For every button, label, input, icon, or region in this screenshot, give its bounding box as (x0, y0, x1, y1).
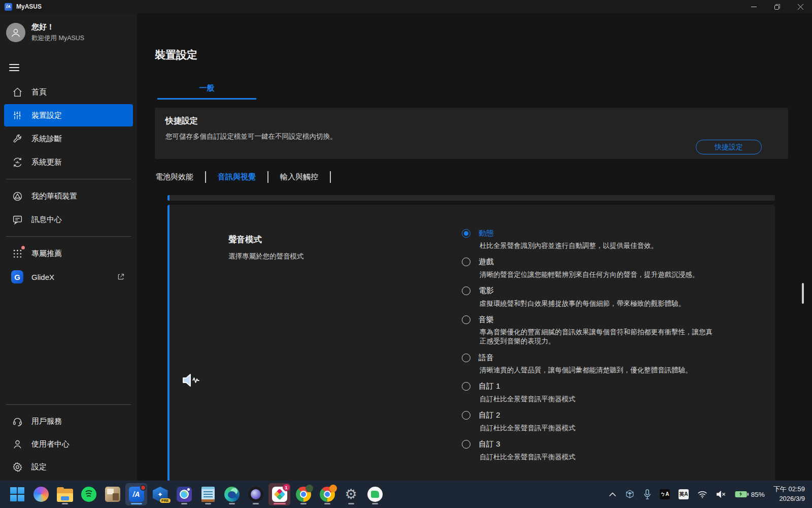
vertical-scrollbar[interactable] (802, 283, 804, 304)
ime-indicator-secondary[interactable]: 英A (679, 489, 689, 499)
close-button[interactable] (789, 0, 812, 13)
sidebar-item-label: 系統更新 (31, 157, 62, 167)
radio-selected[interactable] (462, 229, 470, 238)
radio-unselected[interactable] (462, 354, 470, 362)
restore-button[interactable] (765, 0, 789, 13)
sound-option-custom-1: 自訂 1 自訂杜比全景聲音訊平衡器模式 (462, 379, 718, 404)
radio-unselected[interactable] (462, 287, 470, 295)
radio-unselected[interactable] (462, 411, 470, 420)
taskbar-photos[interactable] (173, 483, 195, 505)
sound-option-voice: 語音 清晰連貫的人聲品質，讓每個詞彙都能清楚聽到，優化整體音訊體驗。 (462, 351, 718, 375)
radio-unselected[interactable] (462, 440, 470, 449)
minimize-button[interactable] (742, 0, 765, 13)
sidebar-item-diagnostics[interactable]: 系統診斷 (4, 128, 133, 150)
quick-settings-card: 快捷設定 您可儲存多個自訂設定檔並可一鍵在不同設定檔內切換。 快捷設定 (155, 108, 788, 159)
sidebar-item-home[interactable]: 首頁 (4, 81, 133, 103)
running-indicator (205, 503, 211, 504)
option-label[interactable]: 自訂 3 (479, 439, 500, 449)
person-icon (11, 438, 23, 450)
subtab-battery-performance[interactable]: 電池與效能 (154, 172, 194, 182)
sidebar-item-settings[interactable]: 設定 (4, 456, 133, 478)
sound-option-custom-2: 自訂 2 自訂杜比全景聲音訊平衡器模式 (462, 408, 718, 433)
radio-unselected[interactable] (462, 382, 470, 391)
taskbar-spotify[interactable] (78, 483, 99, 505)
sidebar-item-label: 用戶服務 (31, 417, 62, 426)
option-label[interactable]: 遊戲 (479, 257, 494, 267)
sidebar-item-glidex[interactable]: G GlideX (4, 266, 133, 288)
sound-mode-subtitle: 選擇專屬於您的聲音模式 (228, 252, 304, 261)
cinema4d-icon (248, 487, 263, 502)
subtab-audio-visual[interactable]: 音訊與視覺 (217, 172, 257, 182)
radio-unselected[interactable] (462, 315, 470, 324)
option-label[interactable]: 自訂 2 (479, 410, 500, 420)
edge-icon (224, 487, 240, 502)
sound-option-dynamic: 動態 杜比全景聲會識別內容並進行自動調整，以提供最佳音效。 (462, 226, 718, 250)
battery-indicator[interactable]: 85% (735, 491, 765, 498)
taskbar: /A ✦PRE (0, 481, 812, 508)
sidebar-item-message-center[interactable]: 訊息中心 (4, 208, 133, 231)
sidebar-item-update[interactable]: 系統更新 (4, 151, 133, 173)
option-label[interactable]: 音樂 (479, 315, 494, 325)
taskbar-notepad[interactable] (197, 483, 219, 505)
taskbar-cinema4d[interactable] (245, 483, 266, 505)
running-indicator (181, 503, 187, 504)
taskbar-copilot[interactable] (30, 483, 52, 505)
option-label[interactable]: 自訂 1 (479, 382, 500, 391)
active-indicator (131, 503, 142, 504)
wifi-icon[interactable] (697, 491, 707, 498)
taskbar-slack[interactable]: 1 (268, 483, 290, 505)
sidebar-item-label: 我的華碩裝置 (31, 192, 77, 201)
divider (6, 404, 131, 405)
option-label[interactable]: 語音 (479, 353, 494, 363)
taskbar-evernote[interactable] (364, 483, 386, 505)
tab-underline (157, 98, 256, 100)
option-description: 自訂杜比全景聲音訊平衡器模式 (480, 424, 718, 433)
tray-microphone-icon[interactable] (644, 489, 651, 499)
message-icon (11, 213, 23, 226)
taskbar-edge[interactable] (221, 483, 243, 505)
sidebar-item-label: 系統診斷 (31, 134, 62, 144)
taskbar-settings[interactable]: ⚙ (340, 483, 362, 505)
slack-icon: 1 (272, 487, 287, 502)
sidebar-item-recommendations[interactable]: 專屬推薦 (4, 242, 133, 265)
taskbar-media-box[interactable] (101, 483, 123, 505)
greeting-subtitle: 歡迎使用 MyASUS (31, 34, 84, 43)
windows-start-icon (10, 487, 24, 501)
clock[interactable]: 下午 02:59 2026/3/9 (773, 485, 805, 504)
ime-indicator-primary[interactable]: ㄅA (660, 489, 670, 499)
sidebar-item-user-center[interactable]: 使用者中心 (4, 433, 133, 455)
notification-dot (140, 485, 146, 491)
taskbar-chrome-profile-2[interactable] (316, 483, 338, 505)
taskbar-file-explorer[interactable] (54, 483, 76, 505)
menu-toggle-icon[interactable] (6, 59, 28, 76)
divider (330, 171, 331, 183)
option-label[interactable]: 動態 (479, 229, 494, 238)
option-description: 虛擬環繞聲和對白效果捕捉故事的每個細節，帶來極致的觀影體驗。 (480, 299, 718, 308)
speaker-icon (181, 371, 201, 392)
taskbar-chrome-profile-1[interactable] (292, 483, 314, 505)
sidebar-item-customer-service[interactable]: 用戶服務 (4, 410, 133, 432)
sidebar-item-my-asus-devices[interactable]: 我的華碩裝置 (4, 185, 133, 207)
taskbar-premiere-elements[interactable]: ✦PRE (149, 483, 171, 505)
home-icon (11, 86, 23, 98)
tab-general[interactable]: 一般 (157, 83, 256, 93)
sidebar-item-device-settings[interactable]: 裝置設定 (4, 104, 133, 126)
tray-3d-app-icon[interactable] (625, 489, 635, 499)
divider (6, 236, 131, 237)
volume-muted-icon[interactable] (716, 490, 726, 498)
running-indicator (62, 503, 68, 504)
quick-settings-description: 您可儲存多個自訂設定檔並可一鍵在不同設定檔內切換。 (165, 132, 337, 141)
tray-date: 2026/3/9 (773, 494, 805, 504)
sound-mode-options: 動態 杜比全景聲會識別內容並進行自動調整，以提供最佳音效。 遊戲 清晰的聲音定位… (462, 226, 718, 466)
quick-settings-button[interactable]: 快捷設定 (696, 140, 762, 154)
tray-chevron-up-icon[interactable] (609, 492, 616, 497)
option-label[interactable]: 電影 (479, 286, 494, 296)
taskbar-start-button[interactable] (6, 483, 28, 505)
chrome-icon (296, 487, 311, 502)
profile-avatar (329, 485, 337, 492)
external-link-icon (117, 273, 125, 281)
radio-unselected[interactable] (462, 258, 470, 266)
taskbar-myasus[interactable]: /A (125, 483, 147, 505)
main-content: 裝置設定 一般 快捷設定 您可儲存多個自訂設定檔並可一鍵在不同設定檔內切換。 快… (137, 13, 812, 481)
subtab-input-touch[interactable]: 輸入與觸控 (279, 172, 319, 182)
